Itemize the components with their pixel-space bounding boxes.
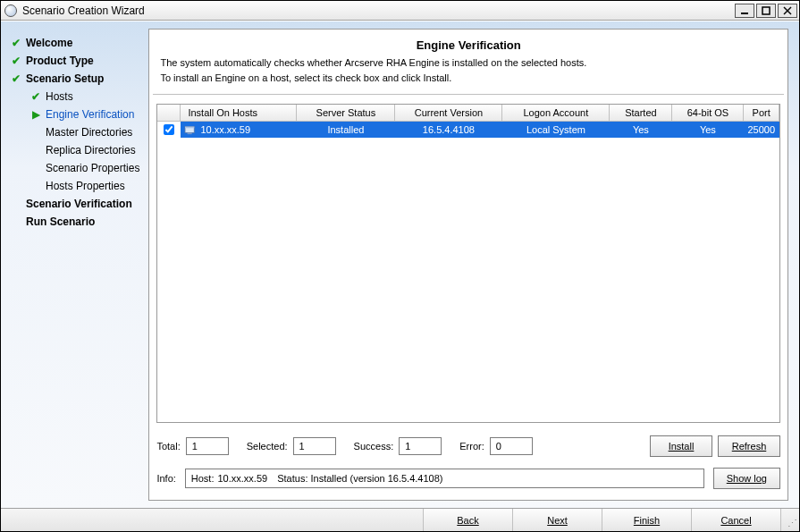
cell-started: Yes bbox=[610, 124, 672, 135]
error-value: 0 bbox=[490, 437, 533, 455]
maximize-button[interactable] bbox=[756, 4, 776, 18]
info-row: Info: Host: 10.xx.xx.59 Status: Installe… bbox=[149, 462, 787, 500]
info-host-value: 10.xx.xx.59 bbox=[218, 473, 268, 484]
finish-label: Finish bbox=[634, 515, 660, 526]
info-box: Host: 10.xx.xx.59 Status: Installed (ver… bbox=[185, 469, 704, 488]
svg-rect-1 bbox=[762, 7, 770, 14]
cell-port: 25000 bbox=[744, 124, 779, 135]
table-row[interactable]: 10.xx.xx.59 Installed 16.5.4.4108 Local … bbox=[157, 122, 779, 138]
nav-label: Scenario Properties bbox=[46, 162, 139, 174]
row-checkbox-cell bbox=[157, 122, 181, 138]
page-title: Engine Verification bbox=[149, 30, 787, 55]
nav-label: Replica Directories bbox=[46, 144, 136, 156]
row-checkbox[interactable] bbox=[164, 124, 174, 135]
refresh-button[interactable]: Refresh bbox=[718, 435, 780, 457]
info-label: Info: bbox=[156, 473, 175, 484]
check-icon: ✔ bbox=[10, 55, 22, 67]
column-header-port[interactable]: Port bbox=[744, 105, 779, 121]
show-log-button[interactable]: Show log bbox=[713, 468, 780, 489]
desc-line-1: The system automatically checks whether … bbox=[160, 57, 586, 68]
check-icon: ✔ bbox=[29, 90, 42, 103]
cell-64bit: Yes bbox=[672, 124, 744, 135]
cell-host-text: 10.xx.xx.59 bbox=[200, 124, 250, 135]
server-icon bbox=[184, 124, 197, 135]
nav-label: Master Directories bbox=[46, 126, 132, 139]
nav-label: Scenario Setup bbox=[26, 72, 104, 85]
wizard-footer: Back Next Finish Cancel ⋰ bbox=[1, 508, 799, 531]
nav-scenario-verification[interactable]: Scenario Verification bbox=[10, 195, 143, 213]
page-description: The system automatically checks whether … bbox=[149, 55, 787, 94]
nav-label: Run Scenario bbox=[26, 215, 95, 228]
column-header-version[interactable]: Current Version bbox=[395, 105, 502, 121]
nav-replica-directories[interactable]: Replica Directories bbox=[10, 141, 143, 159]
cell-logon: Local System bbox=[502, 124, 610, 135]
svg-rect-0 bbox=[741, 13, 748, 14]
hosts-grid: Install On Hosts Server Status Current V… bbox=[156, 104, 780, 423]
cell-version: 16.5.4.4108 bbox=[395, 124, 502, 135]
svg-rect-6 bbox=[185, 127, 194, 129]
wizard-sidebar: ✔Welcome ✔Product Type ✔Scenario Setup ✔… bbox=[1, 21, 147, 508]
window-title: Scenario Creation Wizard bbox=[22, 4, 733, 17]
nav-label: Product Type bbox=[26, 55, 94, 67]
counters-row: Total: 1 Selected: 1 Success: 1 Error: 0… bbox=[149, 428, 787, 462]
install-button[interactable]: Install bbox=[650, 435, 712, 457]
selected-label: Selected: bbox=[247, 441, 288, 452]
svg-rect-5 bbox=[188, 132, 192, 134]
body-area: ✔Welcome ✔Product Type ✔Scenario Setup ✔… bbox=[1, 21, 799, 508]
nav-engine-verification[interactable]: ▶Engine Verification bbox=[10, 106, 143, 123]
back-button[interactable]: Back bbox=[424, 509, 513, 531]
nav-label: Welcome bbox=[26, 37, 72, 49]
window-root: Scenario Creation Wizard ✔Welcome ✔Produ… bbox=[0, 0, 800, 532]
finish-button[interactable]: Finish bbox=[602, 509, 692, 531]
close-button[interactable] bbox=[778, 4, 797, 18]
info-status-text: Status: Installed (version 16.5.4.4108) bbox=[277, 473, 442, 484]
column-header-checkbox[interactable] bbox=[157, 105, 181, 121]
total-label: Total: bbox=[156, 441, 180, 452]
check-icon: ✔ bbox=[10, 72, 22, 85]
divider bbox=[153, 94, 784, 95]
nav-label: Engine Verification bbox=[46, 108, 134, 121]
info-host-label: Host: bbox=[191, 473, 215, 484]
grid-body[interactable]: 10.xx.xx.59 Installed 16.5.4.4108 Local … bbox=[157, 122, 779, 422]
current-step-icon: ▶ bbox=[29, 108, 42, 121]
success-label: Success: bbox=[354, 441, 394, 452]
cancel-button[interactable]: Cancel bbox=[692, 509, 781, 531]
selected-value: 1 bbox=[293, 437, 336, 455]
column-header-logon[interactable]: Logon Account bbox=[502, 105, 610, 121]
next-button[interactable]: Next bbox=[513, 509, 602, 531]
next-label: Next bbox=[547, 515, 568, 526]
nav-master-directories[interactable]: Master Directories bbox=[10, 123, 143, 141]
wizard-nav: ✔Welcome ✔Product Type ✔Scenario Setup ✔… bbox=[10, 34, 143, 231]
nav-run-scenario[interactable]: Run Scenario bbox=[10, 213, 143, 231]
column-header-64bit[interactable]: 64-bit OS bbox=[672, 105, 744, 121]
footer-filler bbox=[1, 509, 424, 531]
column-header-host[interactable]: Install On Hosts bbox=[181, 105, 297, 121]
success-value: 1 bbox=[399, 437, 442, 455]
error-label: Error: bbox=[459, 441, 484, 452]
total-value: 1 bbox=[186, 437, 229, 455]
column-header-status[interactable]: Server Status bbox=[297, 105, 395, 121]
cell-host: 10.xx.xx.59 bbox=[181, 124, 297, 135]
check-icon: ✔ bbox=[10, 37, 22, 49]
titlebar: Scenario Creation Wizard bbox=[1, 1, 799, 21]
minimize-button[interactable] bbox=[735, 4, 754, 18]
cell-status: Installed bbox=[297, 124, 395, 135]
nav-scenario-setup[interactable]: ✔Scenario Setup bbox=[10, 70, 143, 88]
column-header-started[interactable]: Started bbox=[610, 105, 672, 121]
nav-label: Hosts Properties bbox=[46, 180, 125, 192]
app-icon bbox=[4, 4, 17, 17]
nav-label: Hosts bbox=[46, 90, 73, 103]
nav-scenario-properties[interactable]: Scenario Properties bbox=[10, 159, 143, 177]
nav-welcome[interactable]: ✔Welcome bbox=[10, 34, 143, 52]
resize-grip-icon[interactable]: ⋰ bbox=[781, 509, 799, 531]
grid-header-row: Install On Hosts Server Status Current V… bbox=[157, 105, 779, 122]
cancel-label: Cancel bbox=[720, 515, 751, 526]
nav-hosts-properties[interactable]: Hosts Properties bbox=[10, 177, 143, 195]
nav-product-type[interactable]: ✔Product Type bbox=[10, 52, 143, 70]
nav-label: Scenario Verification bbox=[26, 198, 132, 210]
back-label: Back bbox=[457, 515, 478, 526]
desc-line-2: To install an Engine on a host, select i… bbox=[160, 72, 451, 83]
main-panel: Engine Verification The system automatic… bbox=[148, 29, 788, 501]
nav-hosts[interactable]: ✔Hosts bbox=[10, 88, 143, 106]
